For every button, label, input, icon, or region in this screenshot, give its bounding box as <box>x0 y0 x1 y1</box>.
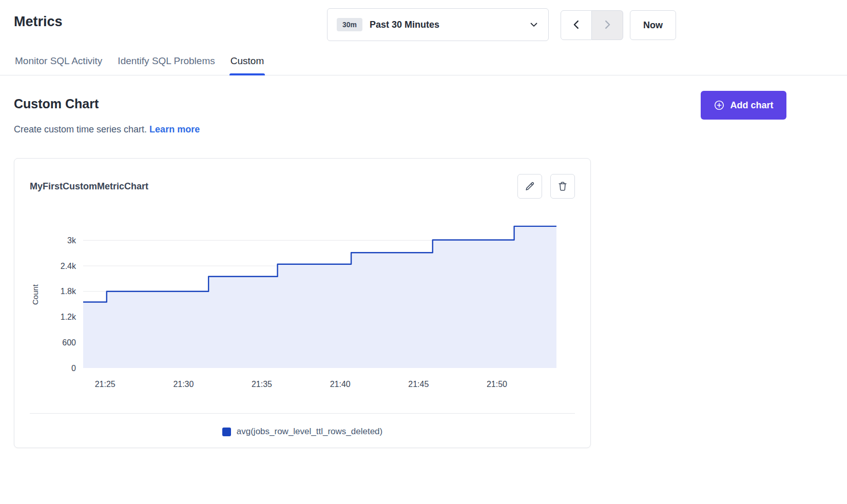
legend-divider <box>30 413 575 414</box>
metrics-tabs: Monitor SQL Activity Identify SQL Proble… <box>0 51 847 75</box>
custom-metric-chart[interactable]: 06001.2k1.8k2.4k3k21:2521:3021:3521:4021… <box>30 216 564 396</box>
svg-text:1.2k: 1.2k <box>61 313 76 321</box>
tab-custom[interactable]: Custom <box>229 51 265 75</box>
legend-label: avg(jobs_row_level_ttl_rows_deleted) <box>237 427 382 437</box>
svg-text:21:30: 21:30 <box>173 380 194 389</box>
section-description: Create custom time series chart. Learn m… <box>14 124 200 135</box>
section-description-text: Create custom time series chart. <box>14 124 147 134</box>
svg-text:21:50: 21:50 <box>487 380 507 389</box>
add-chart-label: Add chart <box>730 100 773 111</box>
delete-chart-button[interactable] <box>550 174 575 199</box>
svg-text:21:45: 21:45 <box>408 380 429 389</box>
time-prev-button[interactable] <box>561 10 592 40</box>
svg-text:2.4k: 2.4k <box>61 262 76 270</box>
chevron-down-icon <box>529 20 539 30</box>
chart-title: MyFirstCustomMetricChart <box>30 181 148 192</box>
svg-text:3k: 3k <box>67 236 76 245</box>
chart-card-actions <box>517 174 575 199</box>
add-chart-button[interactable]: Add chart <box>701 91 786 120</box>
pencil-icon <box>524 181 535 192</box>
svg-text:600: 600 <box>62 338 76 347</box>
legend-swatch <box>222 428 231 436</box>
trash-icon <box>557 181 568 192</box>
learn-more-link[interactable]: Learn more <box>149 124 200 134</box>
section-title: Custom Chart <box>14 96 99 111</box>
time-range-label: Past 30 Minutes <box>370 20 439 30</box>
page-title: Metrics <box>14 14 63 30</box>
chart-card-header: MyFirstCustomMetricChart <box>14 159 590 199</box>
now-button[interactable]: Now <box>630 10 676 40</box>
metrics-page: Metrics 30m Past 30 Minutes Now Monitor … <box>0 0 847 504</box>
svg-text:1.8k: 1.8k <box>61 287 76 296</box>
chart-area: 06001.2k1.8k2.4k3k21:2521:3021:3521:4021… <box>14 216 590 396</box>
time-nav-group <box>561 10 623 40</box>
time-range-badge: 30m <box>337 18 362 31</box>
svg-text:Count: Count <box>31 284 40 305</box>
time-next-button[interactable] <box>592 10 623 40</box>
time-range-select[interactable]: 30m Past 30 Minutes <box>327 8 549 41</box>
chart-legend[interactable]: avg(jobs_row_level_ttl_rows_deleted) <box>14 427 590 437</box>
plus-circle-icon <box>714 100 725 111</box>
chevron-right-icon <box>602 19 613 32</box>
edit-chart-button[interactable] <box>517 174 542 199</box>
svg-text:0: 0 <box>71 364 76 373</box>
svg-text:21:25: 21:25 <box>95 380 116 389</box>
custom-chart-card: MyFirstCustomMetricChart <box>14 158 591 448</box>
tab-identify-sql-problems[interactable]: Identify SQL Problems <box>117 51 216 75</box>
svg-text:21:35: 21:35 <box>252 380 272 389</box>
svg-text:21:40: 21:40 <box>330 380 351 389</box>
tab-monitor-sql-activity[interactable]: Monitor SQL Activity <box>14 51 103 75</box>
chevron-left-icon <box>571 19 582 32</box>
